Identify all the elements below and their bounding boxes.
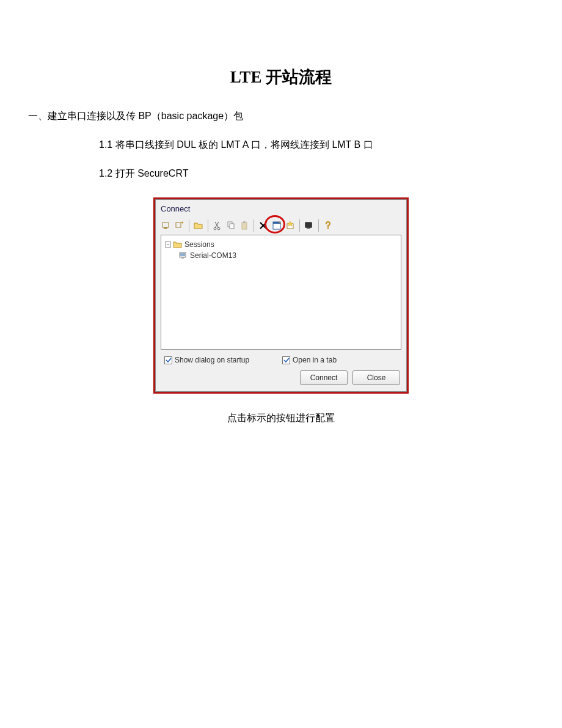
- svg-rect-6: [230, 224, 234, 229]
- separator-icon: [208, 219, 208, 232]
- folder-icon: [173, 240, 183, 249]
- sub-item-1-1: 1.1 将串口线接到 DUL 板的 LMT A 口，将网线连接到 LMT B 口: [28, 139, 562, 152]
- toolbar: [156, 217, 406, 235]
- cut-icon[interactable]: [211, 219, 224, 232]
- dialog-buttons: Connect Close: [156, 367, 406, 391]
- svg-rect-16: [181, 257, 184, 259]
- tree-root-label: Sessions: [184, 240, 214, 249]
- show-dialog-checkbox[interactable]: Show dialog on startup: [164, 356, 282, 364]
- page-title: LTE 开站流程: [0, 0, 562, 88]
- sessions-tree[interactable]: − Sessions Serial-COM13: [161, 235, 401, 350]
- quick-connect-icon[interactable]: [173, 219, 186, 232]
- delete-icon[interactable]: [257, 219, 270, 232]
- checkbox-label: Open in a tab: [293, 356, 337, 364]
- connect-icon[interactable]: [159, 219, 173, 232]
- new-folder-icon[interactable]: [192, 219, 205, 232]
- tree-child[interactable]: Serial-COM13: [165, 250, 397, 261]
- properties-icon[interactable]: [270, 219, 283, 232]
- svg-rect-1: [164, 227, 167, 229]
- checkbox-label: Show dialog on startup: [175, 356, 249, 364]
- svg-rect-12: [305, 222, 312, 227]
- sub-item-1-2: 1.2 打开 SecureCRT: [28, 167, 562, 180]
- collapse-icon[interactable]: −: [165, 241, 171, 248]
- separator-icon: [299, 219, 300, 232]
- svg-rect-13: [307, 227, 310, 229]
- open-tab-checkbox[interactable]: Open in a tab: [282, 356, 400, 364]
- new-session-icon[interactable]: [283, 219, 297, 232]
- svg-rect-8: [243, 221, 246, 223]
- dialog-highlight-border: Connect: [153, 197, 409, 394]
- connect-button[interactable]: Connect: [300, 370, 348, 385]
- tree-child-label: Serial-COM13: [190, 251, 236, 260]
- paste-icon: [238, 219, 251, 232]
- help-icon[interactable]: [321, 219, 335, 232]
- separator-icon: [318, 219, 319, 232]
- section-1: 一、建立串口连接以及传 BP（basic package）包 1.1 将串口线接…: [0, 110, 562, 180]
- svg-rect-7: [242, 222, 247, 229]
- dialog-title: Connect: [156, 200, 406, 217]
- copy-icon[interactable]: [224, 219, 238, 232]
- screenshot-caption: 点击标示的按钮进行配置: [0, 412, 562, 425]
- session-icon: [178, 251, 188, 260]
- options-icon[interactable]: [302, 219, 316, 232]
- svg-rect-15: [180, 253, 185, 256]
- svg-rect-2: [176, 222, 181, 227]
- tree-root[interactable]: − Sessions: [165, 239, 397, 250]
- separator-icon: [189, 219, 189, 232]
- screenshot-wrapper: Connect: [0, 197, 562, 394]
- options-row: Show dialog on startup Open in a tab: [156, 350, 406, 367]
- checkbox-checked-icon: [164, 356, 172, 364]
- close-button[interactable]: Close: [352, 370, 400, 385]
- section-heading: 一、建立串口连接以及传 BP（basic package）包: [28, 110, 562, 123]
- checkbox-checked-icon: [282, 356, 290, 364]
- svg-rect-0: [162, 222, 169, 227]
- separator-icon: [254, 219, 254, 232]
- connect-dialog: Connect: [155, 199, 407, 392]
